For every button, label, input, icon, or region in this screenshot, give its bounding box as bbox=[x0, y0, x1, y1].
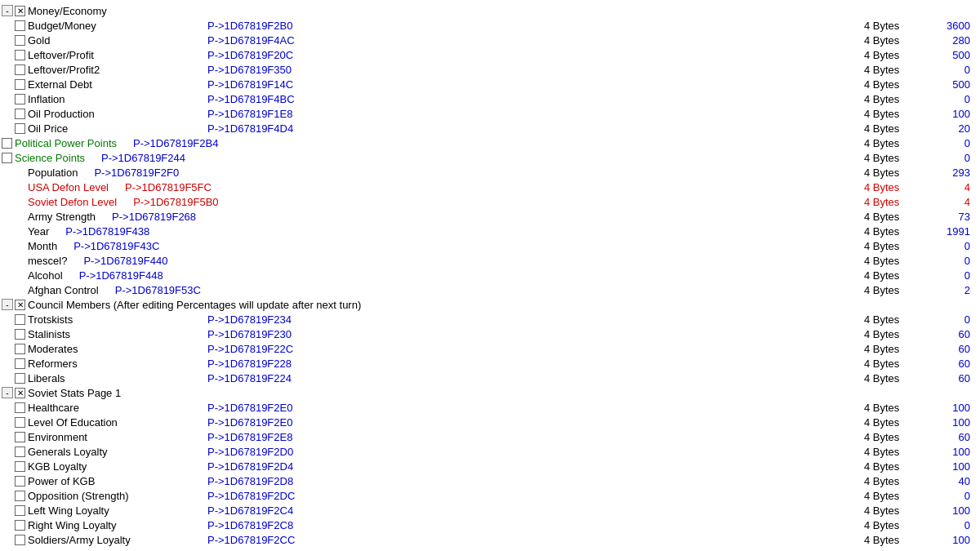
group-header[interactable]: -✕Soviet Stats Page 1 bbox=[0, 385, 980, 400]
row-address: P->1D67819F234 bbox=[207, 313, 848, 326]
group-label: Alcohol bbox=[28, 269, 63, 282]
row-size: 4 Bytes bbox=[848, 504, 913, 517]
row-value: 0 bbox=[913, 93, 978, 105]
row-checkbox[interactable] bbox=[15, 432, 25, 442]
row-value: 280 bbox=[913, 34, 978, 47]
expand-button[interactable]: - bbox=[2, 5, 13, 16]
group-label: Afghan Control bbox=[28, 284, 99, 296]
group-checkbox[interactable]: ✕ bbox=[15, 300, 25, 310]
row-size: 4 Bytes bbox=[848, 64, 913, 76]
group-address: P->1D67819F2F0 bbox=[94, 167, 848, 179]
row-checkbox[interactable] bbox=[15, 79, 25, 90]
group-header[interactable]: MonthP->1D67819F43C4 Bytes0 bbox=[0, 238, 980, 253]
group-checkbox[interactable] bbox=[2, 153, 12, 163]
group-header[interactable]: AlcoholP->1D67819F4484 Bytes0 bbox=[0, 268, 980, 282]
row-checkbox[interactable] bbox=[15, 35, 25, 46]
group-address: P->1D67819F5B0 bbox=[133, 196, 848, 208]
row-checkbox[interactable] bbox=[15, 50, 25, 60]
row-label: Generals Loyalty bbox=[28, 446, 207, 458]
group-size: 4 Bytes bbox=[848, 225, 913, 238]
row-label: Trotskists bbox=[28, 313, 207, 326]
group-header[interactable]: Army StrengthP->1D67819F2684 Bytes73 bbox=[0, 209, 980, 224]
group-checkbox[interactable] bbox=[2, 138, 12, 149]
row-value: 40 bbox=[913, 475, 978, 487]
group-checkbox[interactable]: ✕ bbox=[15, 388, 25, 398]
group-size: 4 Bytes bbox=[848, 211, 913, 223]
row-checkbox[interactable] bbox=[15, 344, 25, 354]
row-size: 4 Bytes bbox=[848, 402, 913, 414]
group-address: P->1D67819F2B4 bbox=[133, 137, 848, 149]
group-size: 4 Bytes bbox=[848, 240, 913, 252]
row-value: 100 bbox=[913, 108, 978, 120]
group-header[interactable]: Science PointsP->1D67819F2444 Bytes0 bbox=[0, 150, 980, 165]
row-checkbox[interactable] bbox=[15, 476, 25, 487]
row-address: P->1D67819F230 bbox=[207, 328, 848, 340]
row-label: Leftover/Profit bbox=[28, 49, 207, 61]
list-item: External DebtP->1D67819F14C4 Bytes500 bbox=[0, 77, 980, 91]
row-address: P->1D67819F4D4 bbox=[207, 122, 848, 135]
group-header[interactable]: -✕Council Members (After editing Percent… bbox=[0, 297, 980, 312]
row-checkbox[interactable] bbox=[15, 109, 25, 119]
row-checkbox[interactable] bbox=[15, 20, 25, 31]
row-checkbox[interactable] bbox=[15, 447, 25, 457]
list-item: Budget/MoneyP->1D67819F2B04 Bytes3600 bbox=[0, 18, 980, 33]
group-label: USA Defon Level bbox=[28, 181, 109, 193]
row-checkbox[interactable] bbox=[15, 94, 25, 104]
row-checkbox[interactable] bbox=[15, 505, 25, 516]
row-address: P->1D67819F228 bbox=[207, 358, 848, 370]
row-checkbox[interactable] bbox=[15, 329, 25, 340]
row-label: Gold bbox=[28, 34, 207, 47]
expand-button[interactable]: - bbox=[2, 299, 13, 310]
row-checkbox[interactable] bbox=[15, 417, 25, 428]
list-item: ModeratesP->1D67819F22C4 Bytes60 bbox=[0, 341, 980, 356]
list-item: Leftover/ProfitP->1D67819F20C4 Bytes500 bbox=[0, 47, 980, 62]
row-address: P->1D67819F350 bbox=[207, 64, 848, 76]
row-size: 4 Bytes bbox=[848, 108, 913, 120]
row-size: 4 Bytes bbox=[848, 372, 913, 384]
group-label: Soviet Stats Page 1 bbox=[28, 387, 121, 399]
row-label: Soldiers/Army Loyalty bbox=[28, 534, 207, 546]
row-checkbox[interactable] bbox=[15, 314, 25, 325]
row-checkbox[interactable] bbox=[15, 64, 25, 75]
row-checkbox[interactable] bbox=[15, 461, 25, 472]
group-value: 0 bbox=[913, 137, 978, 149]
row-label: Liberals bbox=[28, 372, 207, 384]
group-checkbox[interactable]: ✕ bbox=[15, 6, 25, 16]
group-header[interactable]: YearP->1D67819F4384 Bytes1991 bbox=[0, 224, 980, 238]
row-value: 100 bbox=[913, 504, 978, 517]
row-size: 4 Bytes bbox=[848, 78, 913, 91]
row-address: P->1D67819F2CC bbox=[207, 534, 848, 546]
group-header[interactable]: Afghan ControlP->1D67819F53C4 Bytes2 bbox=[0, 282, 980, 297]
row-value: 60 bbox=[913, 343, 978, 355]
row-address: P->1D67819F20C bbox=[207, 49, 848, 61]
row-value: 500 bbox=[913, 49, 978, 61]
group-size: 4 Bytes bbox=[848, 284, 913, 296]
row-address: P->1D67819F2B0 bbox=[207, 20, 848, 32]
row-address: P->1D67819F2D4 bbox=[207, 460, 848, 473]
group-label: Month bbox=[28, 240, 57, 252]
row-address: P->1D67819F2E8 bbox=[207, 431, 848, 443]
row-checkbox[interactable] bbox=[15, 535, 25, 545]
row-address: P->1D67819F2E0 bbox=[207, 416, 848, 429]
row-label: Right Wing Loyalty bbox=[28, 519, 207, 531]
row-checkbox[interactable] bbox=[15, 491, 25, 501]
list-item: Left Wing LoyaltyP->1D67819F2C44 Bytes10… bbox=[0, 503, 980, 518]
group-header[interactable]: -✕Money/Economy bbox=[0, 3, 980, 18]
group-address: P->1D67819F43C bbox=[74, 240, 848, 252]
group-header[interactable]: Political Power PointsP->1D67819F2B44 By… bbox=[0, 136, 980, 150]
group-header[interactable]: Soviet Defon LevelP->1D67819F5B04 Bytes4 bbox=[0, 194, 980, 209]
group-header[interactable]: mescel?P->1D67819F4404 Bytes0 bbox=[0, 253, 980, 268]
list-item: ReformersP->1D67819F2284 Bytes60 bbox=[0, 356, 980, 371]
row-checkbox[interactable] bbox=[15, 402, 25, 413]
list-item: Opposition (Strength)P->1D67819F2DC4 Byt… bbox=[0, 488, 980, 503]
group-header[interactable]: PopulationP->1D67819F2F04 Bytes293 bbox=[0, 165, 980, 180]
row-value: 0 bbox=[913, 64, 978, 76]
expand-button[interactable]: - bbox=[2, 387, 13, 398]
group-size: 4 Bytes bbox=[848, 181, 913, 193]
row-checkbox[interactable] bbox=[15, 520, 25, 531]
row-value: 0 bbox=[913, 519, 978, 531]
row-checkbox[interactable] bbox=[15, 123, 25, 134]
group-header[interactable]: USA Defon LevelP->1D67819F5FC4 Bytes4 bbox=[0, 180, 980, 194]
row-checkbox[interactable] bbox=[15, 358, 25, 369]
row-checkbox[interactable] bbox=[15, 373, 25, 384]
